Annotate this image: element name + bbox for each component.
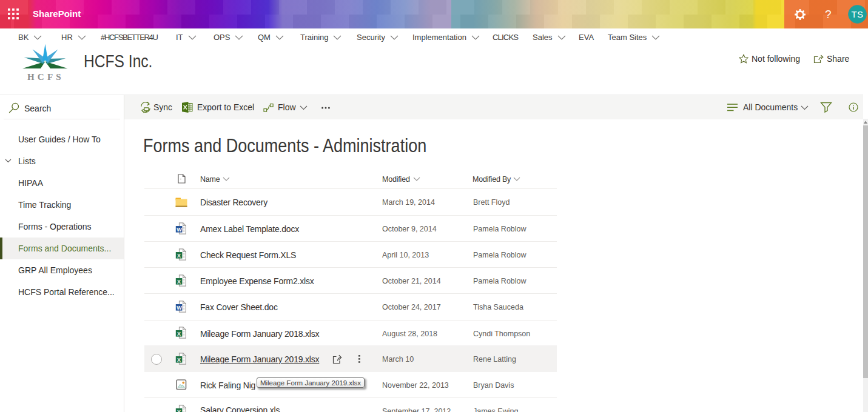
svg-text:HCFS: HCFS <box>27 72 64 82</box>
